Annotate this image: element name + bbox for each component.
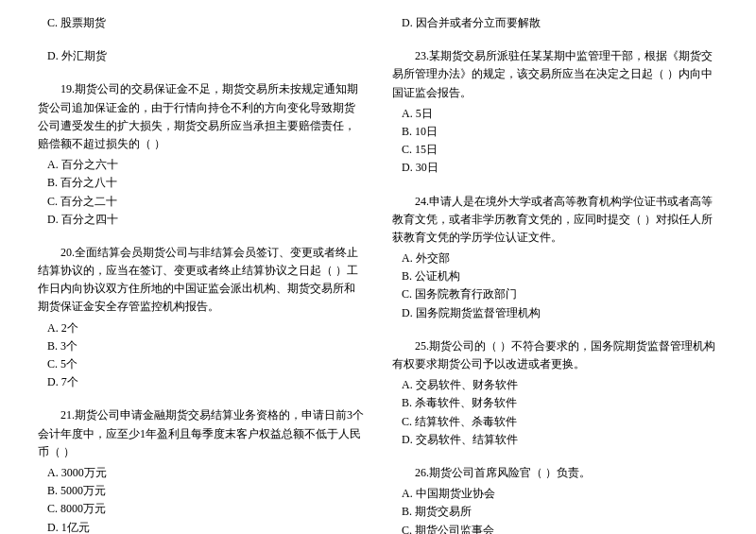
option-item: D. 1亿元 [38,519,364,535]
option-item: C. 8000万元 [38,500,364,518]
option-item: D. 国务院期货监督管理机构 [392,304,718,322]
option-item: D. 交易软件、结算软件 [392,431,718,449]
option-text: D. 因合并或者分立而要解散 [392,14,718,32]
question-text: 23.某期货交易所派驻任某某期中监管理干部，根据《期货交易所管理办法》的规定，该… [392,47,718,102]
option-item: D. 百分之四十 [38,211,364,229]
option-item: B. 公证机构 [392,267,718,285]
question-block: 21.期货公司申请金融期货交易结算业务资格的，申请日前3个会计年度中，应至少1年… [38,406,364,534]
option-item: A. 3000万元 [38,464,364,482]
question-block: 26.期货公司首席风险官（ ）负责。A. 中国期货业协会B. 期货交易所C. 期… [392,464,718,534]
option-item: C. 15日 [392,141,718,159]
option-text: C. 股票期货 [38,14,364,32]
question-text: 24.申请人是在境外大学或者高等教育机构学位证书或者高等教育文凭，或者非学历教育… [392,193,718,248]
standalone-option: D. 因合并或者分立而要解散 [392,14,718,32]
question-text: 20.全面结算会员期货公司与非结算会员签订、变更或者终止结算协议的，应当在签订、… [38,244,364,317]
option-item: A. 交易软件、财务软件 [392,376,718,394]
option-item: C. 期货公司监事会 [392,522,718,535]
option-item: C. 百分之二十 [38,193,364,211]
question-text: 19.期货公司的交易保证金不足，期货交易所未按规定通知期货公司追加保证金的，由于… [38,80,364,153]
option-item: B. 期货交易所 [392,503,718,521]
option-item: D. 30日 [392,159,718,177]
question-block: 25.期货公司的（ ）不符合要求的，国务院期货监督管理机构有权要求期货公司予以改… [392,337,718,449]
option-item: A. 外交部 [392,250,718,267]
option-item: B. 杀毒软件、财务软件 [392,394,718,412]
question-block: 19.期货公司的交易保证金不足，期货交易所未按规定通知期货公司追加保证金的，由于… [38,80,364,229]
left-column: C. 股票期货D. 外汇期货19.期货公司的交易保证金不足，期货交易所未按规定通… [38,14,364,534]
question-text: 26.期货公司首席风险官（ ）负责。 [392,464,718,482]
question-block: 20.全面结算会员期货公司与非结算会员签订、变更或者终止结算协议的，应当在签订、… [38,244,364,392]
option-item: B. 3个 [38,337,364,355]
option-item: A. 5日 [392,105,718,123]
option-item: A. 2个 [38,319,364,337]
option-item: B. 5000万元 [38,482,364,500]
option-item: C. 5个 [38,355,364,373]
question-block: 23.某期货交易所派驻任某某期中监管理干部，根据《期货交易所管理办法》的规定，该… [392,47,718,177]
option-text: D. 外汇期货 [38,47,364,65]
option-item: A. 百分之六十 [38,156,364,174]
question-block: 24.申请人是在境外大学或者高等教育机构学位证书或者高等教育文凭，或者非学历教育… [392,193,718,322]
standalone-option: C. 股票期货 [38,14,364,32]
option-item: B. 10日 [392,123,718,141]
standalone-option: D. 外汇期货 [38,47,364,65]
option-item: A. 中国期货业协会 [392,485,718,503]
question-text: 21.期货公司申请金融期货交易结算业务资格的，申请日前3个会计年度中，应至少1年… [38,406,364,461]
option-item: D. 7个 [38,373,364,391]
option-item: C. 国务院教育行政部门 [392,285,718,303]
question-text: 25.期货公司的（ ）不符合要求的，国务院期货监督管理机构有权要求期货公司予以改… [392,337,718,373]
option-item: C. 结算软件、杀毒软件 [392,413,718,431]
right-column: D. 因合并或者分立而要解散23.某期货交易所派驻任某某期中监管理干部，根据《期… [392,14,718,534]
option-item: B. 百分之八十 [38,174,364,192]
